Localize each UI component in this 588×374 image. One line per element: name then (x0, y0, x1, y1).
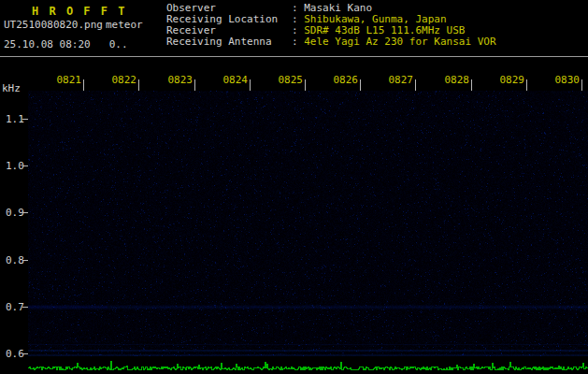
hrofft-window: H R O F F T UT2510080820.pngmeteor 25.10… (0, 0, 588, 374)
time-tick (83, 79, 84, 91)
status-counter: 0.. (109, 38, 128, 50)
receiver-info: ObserverMasaki Kano Receiving LocationSh… (166, 3, 496, 48)
signal-level-strip (28, 357, 588, 374)
time-tick (138, 79, 139, 91)
time-tick (526, 79, 527, 91)
time-tick (415, 79, 416, 91)
info-value: 4ele Yagi Az 230 for Kansai VOR (292, 36, 496, 48)
y-axis-unit: kHz (2, 82, 21, 94)
time-label: 0824 (220, 74, 248, 86)
time-label: 0827 (385, 74, 413, 86)
info-row-antenna: Receiving Antenna4ele Yagi Az 230 for Ka… (166, 36, 496, 48)
time-tick (360, 79, 361, 91)
time-tick (250, 79, 251, 91)
file-line: UT2510080820.pngmeteor (4, 19, 143, 31)
spectrogram (28, 91, 588, 356)
time-tick (471, 79, 472, 91)
time-label: 0828 (441, 74, 469, 86)
header-separator (0, 56, 588, 57)
time-label: 0825 (275, 74, 303, 86)
time-label: 0823 (165, 74, 193, 86)
time-label: 0829 (496, 74, 524, 86)
time-tick (194, 79, 195, 91)
time-tick (305, 79, 306, 91)
date-line: 25.10.08 08:200.. (4, 38, 128, 50)
time-label: 0830 (552, 74, 580, 86)
app-title: H R O F F T (32, 5, 126, 18)
time-tick (581, 79, 582, 91)
output-filename: UT2510080820.png (4, 19, 103, 31)
info-label: Receiving Antenna (166, 36, 292, 48)
time-label: 0821 (53, 74, 81, 86)
station-name: meteor (106, 19, 143, 31)
time-label: 0822 (108, 74, 136, 86)
time-label: 0826 (330, 74, 358, 86)
observation-datetime: 25.10.08 08:20 (4, 38, 91, 50)
